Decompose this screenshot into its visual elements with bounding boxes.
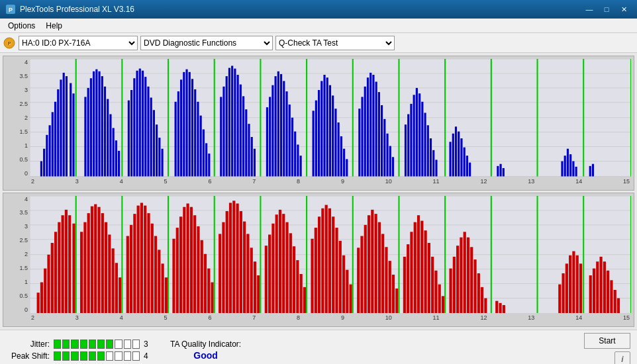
svg-rect-143 — [416, 88, 418, 177]
ta-quality-label: TA Quality Indicator: — [170, 340, 241, 349]
svg-rect-314 — [449, 268, 452, 313]
svg-rect-304 — [414, 222, 416, 313]
svg-rect-152 — [449, 142, 451, 176]
svg-rect-120 — [338, 122, 340, 176]
progress-segment — [124, 351, 131, 361]
svg-rect-282 — [335, 228, 338, 313]
progress-segment — [97, 351, 105, 361]
svg-rect-168 — [569, 154, 571, 176]
svg-rect-277 — [318, 216, 320, 313]
title-bar: P PlexTools Professional XL V3.16 — □ ✕ — [0, 0, 637, 19]
toolbar: P HA:0 ID:0 PX-716A DVD Diagnostic Funct… — [0, 33, 637, 53]
svg-rect-116 — [326, 77, 328, 176]
svg-rect-254 — [236, 203, 238, 313]
svg-rect-290 — [364, 224, 367, 313]
svg-rect-308 — [428, 243, 430, 314]
svg-rect-100 — [275, 76, 277, 176]
svg-rect-77 — [197, 102, 199, 177]
ta-quality-section: TA Quality Indicator: Good — [170, 340, 241, 361]
svg-rect-219 — [112, 248, 115, 313]
svg-rect-206 — [65, 209, 68, 313]
function-selector[interactable]: DVD Diagnostic Functions — [140, 36, 273, 50]
svg-rect-271 — [296, 260, 299, 313]
menu-help[interactable]: Help — [40, 20, 68, 32]
svg-rect-81 — [208, 154, 210, 176]
svg-rect-87 — [231, 66, 233, 176]
svg-rect-89 — [237, 75, 239, 176]
svg-rect-297 — [389, 261, 391, 313]
svg-rect-335 — [576, 255, 579, 313]
minimize-button[interactable]: — — [581, 3, 597, 16]
svg-rect-165 — [561, 161, 563, 177]
svg-rect-148 — [430, 138, 432, 176]
progress-segment — [62, 340, 70, 349]
progress-segment — [54, 340, 61, 349]
main-content: 4 3.5 3 2.5 2 1.5 1 0.5 0 — [0, 53, 637, 330]
maximize-button[interactable]: □ — [599, 3, 614, 16]
svg-rect-157 — [464, 148, 466, 177]
top-chart-y-axis: 4 3.5 3 2.5 2 1.5 1 0.5 0 — [3, 59, 30, 177]
svg-rect-239 — [183, 206, 185, 313]
svg-rect-346 — [617, 298, 620, 313]
svg-rect-102 — [280, 74, 282, 177]
svg-rect-250 — [222, 222, 224, 313]
svg-rect-156 — [460, 138, 462, 176]
svg-rect-84 — [222, 87, 224, 177]
window-title: PlexTools Professional XL V3.16 — [20, 5, 581, 14]
svg-rect-74 — [189, 72, 191, 177]
svg-rect-330 — [558, 284, 561, 313]
svg-rect-296 — [385, 247, 387, 313]
svg-rect-257 — [246, 234, 249, 313]
svg-rect-344 — [610, 280, 612, 313]
jitter-metric: Jitter: 3 — [7, 340, 157, 349]
svg-rect-146 — [424, 113, 426, 176]
svg-rect-104 — [285, 91, 287, 176]
svg-rect-221 — [119, 277, 121, 313]
svg-rect-306 — [420, 220, 423, 313]
jitter-bar — [54, 340, 140, 349]
svg-rect-144 — [418, 93, 420, 176]
svg-rect-210 — [80, 232, 83, 313]
svg-rect-88 — [234, 69, 236, 177]
svg-rect-233 — [161, 263, 164, 313]
svg-rect-72 — [183, 72, 185, 177]
svg-rect-278 — [321, 208, 324, 313]
svg-rect-199 — [40, 282, 43, 313]
progress-segment — [115, 340, 122, 349]
svg-rect-213 — [91, 206, 93, 313]
svg-text:P: P — [9, 7, 13, 13]
svg-rect-264 — [271, 223, 274, 313]
svg-rect-117 — [329, 85, 331, 177]
svg-rect-317 — [460, 237, 462, 313]
menu-options[interactable]: Options — [3, 20, 40, 32]
drive-selector[interactable]: HA:0 ID:0 PX-716A — [19, 36, 138, 50]
svg-rect-163 — [503, 168, 505, 177]
svg-rect-30 — [46, 135, 48, 177]
info-button[interactable]: i — [614, 351, 630, 365]
svg-rect-341 — [599, 256, 602, 313]
test-selector[interactable]: Q-Check TA Test — [275, 36, 395, 50]
svg-rect-332 — [565, 263, 568, 313]
svg-rect-106 — [291, 118, 293, 177]
svg-rect-238 — [179, 216, 182, 313]
svg-rect-92 — [245, 109, 247, 176]
progress-segment — [132, 351, 140, 361]
svg-rect-135 — [386, 134, 388, 177]
svg-rect-281 — [332, 216, 334, 313]
svg-rect-123 — [346, 159, 348, 176]
svg-rect-85 — [226, 76, 228, 176]
svg-rect-253 — [232, 201, 235, 313]
svg-rect-159 — [469, 163, 471, 177]
svg-rect-46 — [98, 71, 100, 177]
svg-rect-204 — [58, 222, 60, 313]
svg-rect-289 — [360, 236, 363, 313]
start-button[interactable]: Start — [584, 333, 630, 349]
svg-rect-262 — [265, 246, 268, 313]
close-button[interactable]: ✕ — [616, 3, 632, 16]
svg-rect-139 — [405, 124, 407, 176]
svg-rect-115 — [323, 75, 325, 176]
svg-rect-285 — [346, 269, 348, 313]
svg-rect-209 — [72, 223, 75, 313]
svg-rect-269 — [289, 233, 292, 313]
svg-rect-169 — [572, 161, 574, 177]
